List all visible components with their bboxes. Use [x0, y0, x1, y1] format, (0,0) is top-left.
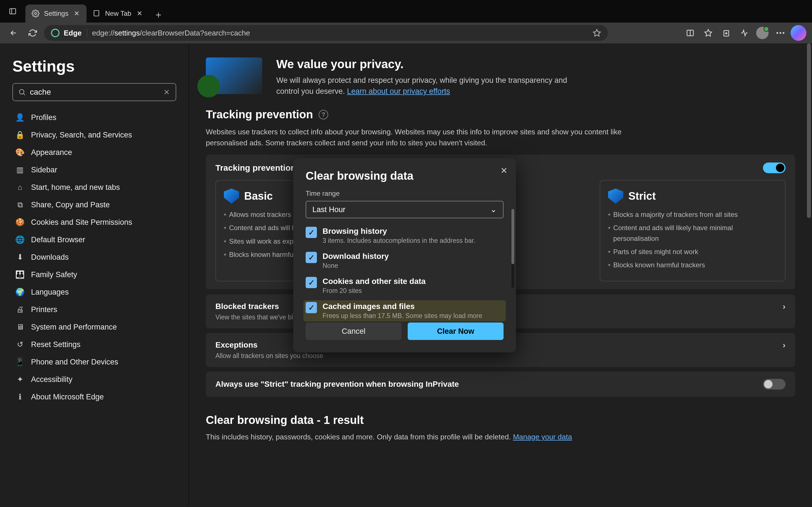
nav-label: Profiles [31, 113, 56, 122]
favorites-icon[interactable] [700, 25, 716, 41]
tracking-heading: Tracking prevention ? [206, 108, 795, 121]
manage-data-link[interactable]: Manage your data [513, 433, 572, 441]
nav-label: Start, home, and new tabs [31, 183, 120, 192]
dialog-data-type-row: ✓ Cookies and other site data From 20 si… [306, 277, 504, 295]
content-scrollbar[interactable] [807, 43, 811, 507]
nav-icon: ✦ [15, 375, 25, 384]
sidebar-item[interactable]: 🖨Printers [12, 301, 176, 318]
checkbox-title: Cookies and other site data [322, 277, 426, 286]
sidebar-item[interactable]: 🖥System and Performance [12, 319, 176, 335]
settings-search [12, 83, 176, 101]
svg-point-2 [35, 13, 37, 15]
svg-point-15 [19, 90, 24, 94]
checkbox-subtitle: None [322, 262, 389, 270]
clear-search-icon[interactable] [163, 88, 170, 96]
level-title-text: Basic [244, 190, 273, 202]
nav-icon: 🔒 [15, 130, 25, 139]
favorite-star-icon[interactable] [593, 29, 601, 37]
cancel-button[interactable]: Cancel [306, 323, 402, 340]
sidebar-item[interactable]: ⧉Share, Copy and Paste [12, 196, 176, 213]
svg-rect-3 [94, 10, 99, 16]
more-menu-button[interactable] [772, 25, 788, 41]
level-bullet: Blocks known harmful trackers [608, 260, 777, 270]
sidebar-item[interactable]: 👪Family Safety [12, 266, 176, 283]
refresh-button[interactable] [25, 25, 41, 41]
checkbox-subtitle: From 20 sites [322, 287, 426, 295]
tab-settings[interactable]: Settings ✕ [26, 4, 87, 22]
nav-icon: ⌂ [15, 183, 25, 192]
inprivate-toggle[interactable] [763, 379, 785, 390]
sidebar-toggle-icon[interactable] [5, 3, 20, 19]
collections-icon[interactable] [718, 25, 734, 41]
checkbox[interactable]: ✓ [306, 302, 317, 313]
nav-icon: 🖨 [15, 305, 25, 314]
hero-link[interactable]: Learn about our privacy efforts [347, 87, 450, 96]
address-bar[interactable]: Edge edge://settings/clearBrowserData?se… [44, 25, 608, 41]
level-strict[interactable]: Strict Blocks a majority of trackers fro… [600, 180, 785, 281]
row-title: Always use "Strict" tracking prevention … [215, 380, 459, 389]
profile-button[interactable] [755, 25, 770, 41]
sidebar-item[interactable]: 🔒Privacy, Search, and Services [12, 126, 176, 144]
brand-label: Edge [64, 29, 82, 38]
dialog-data-type-row: ✓ Cached images and files Frees up less … [303, 300, 506, 321]
checkbox[interactable]: ✓ [306, 227, 317, 238]
nav-label: Appearance [31, 148, 72, 157]
sidebar-item[interactable]: ⌂Start, home, and new tabs [12, 179, 176, 196]
nav-label: About Microsoft Edge [31, 393, 104, 401]
site-identity[interactable]: Edge [51, 29, 82, 38]
copilot-button[interactable] [791, 25, 806, 41]
sidebar-item[interactable]: ▥Sidebar [12, 161, 176, 178]
svg-rect-0 [10, 9, 16, 14]
sidebar-item[interactable]: ↺Reset Settings [12, 336, 176, 353]
nav-label: Family Safety [31, 270, 77, 279]
sidebar-item[interactable]: 🌐Default Browser [12, 231, 176, 248]
checkbox-title: Cached images and files [322, 302, 482, 311]
nav-icon: 👪 [15, 270, 25, 279]
settings-search-input[interactable] [12, 83, 176, 101]
svg-point-14 [783, 32, 784, 34]
dialog-scrollbar[interactable] [511, 209, 514, 288]
settings-sidebar: Settings 👤Profiles🔒Privacy, Search, and … [0, 43, 189, 507]
sidebar-item[interactable]: 🎨Appearance [12, 144, 176, 161]
settings-nav: 👤Profiles🔒Privacy, Search, and Services🎨… [12, 109, 176, 405]
new-tab-button[interactable]: ＋ [153, 9, 164, 20]
tracking-desc: Websites use trackers to collect info ab… [206, 126, 657, 149]
nav-icon: 🌍 [15, 288, 25, 297]
tab-newtab[interactable]: New Tab ✕ [87, 4, 149, 22]
sidebar-item[interactable]: 👤Profiles [12, 109, 176, 126]
nav-label: Printers [31, 305, 57, 314]
close-icon[interactable]: ✕ [73, 10, 80, 17]
sidebar-item[interactable]: 🍪Cookies and Site Permissions [12, 214, 176, 231]
clear-now-button[interactable]: Clear Now [408, 323, 504, 340]
performance-icon[interactable] [737, 25, 752, 41]
help-icon[interactable]: ? [319, 110, 328, 119]
dialog-close-button[interactable]: ✕ [500, 166, 507, 175]
svg-point-4 [52, 29, 59, 37]
privacy-hero: We value your privacy. We will always pr… [206, 57, 795, 97]
svg-point-12 [776, 32, 778, 34]
row-sub: Allow all trackers on sites you choose [215, 352, 785, 360]
nav-icon: ℹ [15, 392, 25, 401]
back-button[interactable] [6, 25, 21, 41]
nav-label: Share, Copy and Paste [31, 201, 110, 209]
sidebar-item[interactable]: 🌍Languages [12, 284, 176, 300]
clear-data-heading: Clear browsing data - 1 result [206, 414, 795, 427]
checkbox[interactable]: ✓ [306, 277, 317, 288]
sidebar-item[interactable]: ⬇Downloads [12, 249, 176, 266]
sidebar-item[interactable]: 📱Phone and Other Devices [12, 353, 176, 371]
time-range-label: Time range [306, 189, 504, 198]
svg-line-16 [23, 94, 25, 95]
close-icon[interactable]: ✕ [136, 10, 143, 17]
tracking-toggle[interactable] [763, 163, 785, 173]
clear-data-desc: This includes history, passwords, cookie… [206, 432, 657, 443]
checkbox-subtitle: Frees up less than 17.5 MB. Some sites m… [322, 312, 482, 320]
sidebar-item[interactable]: ℹAbout Microsoft Edge [12, 388, 176, 405]
hero-title: We value your privacy. [276, 57, 581, 71]
checkbox[interactable]: ✓ [306, 252, 317, 263]
nav-icon: 🍪 [15, 218, 25, 227]
dialog-data-type-row: ✓ Browsing history 3 items. Includes aut… [306, 227, 504, 244]
time-range-select[interactable]: Last Hour ⌄ [306, 201, 504, 218]
checkbox-subtitle: 3 items. Includes autocompletions in the… [322, 237, 475, 244]
split-screen-icon[interactable] [682, 25, 698, 41]
sidebar-item[interactable]: ✦Accessibility [12, 371, 176, 388]
